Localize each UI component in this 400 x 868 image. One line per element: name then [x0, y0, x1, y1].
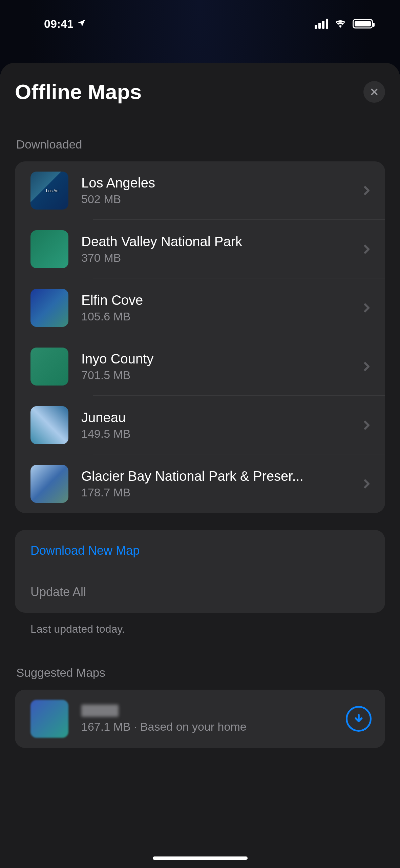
chevron-right-icon — [361, 185, 372, 196]
map-name: Glacier Bay National Park & Preser... — [81, 469, 361, 484]
map-size: 701.5 MB — [81, 369, 361, 382]
map-thumbnail — [30, 465, 68, 503]
map-thumbnail — [30, 289, 68, 327]
map-thumbnail — [30, 230, 68, 268]
map-subtitle: 167.1 MB · Based on your home — [81, 720, 346, 733]
map-name: Los Angeles — [81, 175, 361, 191]
map-name: Inyo County — [81, 351, 361, 367]
chevron-right-icon — [361, 479, 372, 489]
chevron-right-icon — [361, 303, 372, 313]
page-title: Offline Maps — [15, 80, 142, 104]
download-button[interactable] — [346, 706, 372, 732]
map-row-elfin-cove[interactable]: Elfin Cove 105.6 MB — [15, 278, 385, 337]
close-button[interactable] — [363, 81, 385, 103]
chevron-right-icon — [361, 361, 372, 372]
actions-list: Download New Map Update All — [15, 530, 385, 613]
suggested-maps-list: 167.1 MB · Based on your home — [15, 690, 385, 748]
status-bar: 09:41 — [0, 0, 400, 47]
suggested-map-row[interactable]: 167.1 MB · Based on your home — [15, 690, 385, 748]
map-name: Juneau — [81, 410, 361, 425]
close-icon — [370, 87, 379, 96]
map-thumbnail — [30, 406, 68, 444]
downloaded-section-label: Downloaded — [16, 138, 385, 151]
update-all-button[interactable]: Update All — [15, 571, 385, 613]
map-row-los-angeles[interactable]: Los Angeles 502 MB — [15, 161, 385, 220]
status-time: 09:41 — [44, 17, 73, 31]
map-name: Elfin Cove — [81, 293, 361, 308]
last-updated-label: Last updated today. — [30, 623, 385, 635]
offline-maps-sheet: Offline Maps Downloaded Los Angeles 502 … — [0, 63, 400, 868]
map-thumbnail — [30, 348, 68, 386]
map-thumbnail — [30, 172, 68, 210]
map-row-juneau[interactable]: Juneau 149.5 MB — [15, 396, 385, 454]
map-name — [81, 705, 119, 717]
map-row-inyo-county[interactable]: Inyo County 701.5 MB — [15, 337, 385, 396]
map-row-death-valley[interactable]: Death Valley National Park 370 MB — [15, 220, 385, 278]
download-icon — [353, 713, 364, 725]
battery-icon — [353, 19, 373, 28]
cellular-icon — [315, 19, 328, 29]
map-size: 370 MB — [81, 251, 361, 264]
map-thumbnail — [30, 700, 68, 738]
map-size: 178.7 MB — [81, 486, 361, 499]
wifi-icon — [334, 17, 346, 31]
map-size: 105.6 MB — [81, 310, 361, 323]
chevron-right-icon — [361, 420, 372, 430]
location-icon — [77, 17, 86, 31]
home-indicator[interactable] — [153, 856, 248, 860]
map-name: Death Valley National Park — [81, 234, 361, 249]
map-row-glacier-bay[interactable]: Glacier Bay National Park & Preser... 17… — [15, 454, 385, 513]
download-new-map-button[interactable]: Download New Map — [15, 530, 385, 571]
downloaded-maps-list: Los Angeles 502 MB Death Valley National… — [15, 161, 385, 513]
chevron-right-icon — [361, 244, 372, 254]
map-size: 502 MB — [81, 193, 361, 206]
suggested-section-label: Suggested Maps — [16, 666, 385, 679]
map-size: 149.5 MB — [81, 427, 361, 440]
